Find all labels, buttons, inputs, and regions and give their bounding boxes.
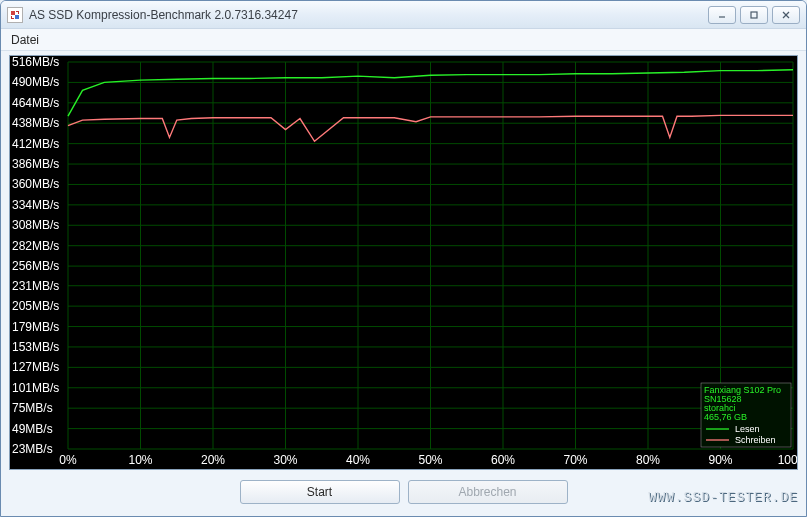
y-tick-label: 49MB/s bbox=[12, 422, 53, 436]
close-icon bbox=[781, 10, 791, 20]
y-tick-label: 256MB/s bbox=[12, 259, 59, 273]
y-tick-label: 490MB/s bbox=[12, 75, 59, 89]
y-tick-label: 516MB/s bbox=[12, 56, 59, 69]
close-button[interactable] bbox=[772, 6, 800, 24]
y-tick-label: 360MB/s bbox=[12, 177, 59, 191]
y-tick-label: 386MB/s bbox=[12, 157, 59, 171]
x-tick-label: 40% bbox=[346, 453, 370, 467]
y-tick-label: 464MB/s bbox=[12, 96, 59, 110]
compression-chart: 516MB/s490MB/s464MB/s438MB/s412MB/s386MB… bbox=[10, 56, 797, 469]
app-window: AS SSD Kompression-Benchmark 2.0.7316.34… bbox=[0, 0, 807, 517]
x-tick-label: 0% bbox=[59, 453, 77, 467]
x-tick-label: 70% bbox=[563, 453, 587, 467]
legend-capacity: 465,76 GB bbox=[704, 412, 747, 422]
x-tick-label: 100% bbox=[778, 453, 797, 467]
y-tick-label: 153MB/s bbox=[12, 340, 59, 354]
y-tick-label: 205MB/s bbox=[12, 299, 59, 313]
x-tick-label: 20% bbox=[201, 453, 225, 467]
window-title: AS SSD Kompression-Benchmark 2.0.7316.34… bbox=[29, 8, 708, 22]
start-button[interactable]: Start bbox=[240, 480, 400, 504]
x-tick-label: 60% bbox=[491, 453, 515, 467]
maximize-button[interactable] bbox=[740, 6, 768, 24]
window-controls bbox=[708, 6, 800, 24]
app-icon bbox=[7, 7, 23, 23]
maximize-icon bbox=[749, 10, 759, 20]
watermark-text: WWW.SSD-TESTER.DE bbox=[648, 490, 798, 505]
minimize-button[interactable] bbox=[708, 6, 736, 24]
y-tick-label: 101MB/s bbox=[12, 381, 59, 395]
x-tick-label: 50% bbox=[418, 453, 442, 467]
menu-datei[interactable]: Datei bbox=[1, 29, 49, 50]
x-tick-label: 10% bbox=[128, 453, 152, 467]
y-tick-label: 412MB/s bbox=[12, 137, 59, 151]
titlebar[interactable]: AS SSD Kompression-Benchmark 2.0.7316.34… bbox=[1, 1, 806, 29]
y-tick-label: 438MB/s bbox=[12, 116, 59, 130]
y-tick-label: 23MB/s bbox=[12, 442, 53, 456]
x-tick-label: 30% bbox=[273, 453, 297, 467]
x-tick-label: 80% bbox=[636, 453, 660, 467]
y-tick-label: 231MB/s bbox=[12, 279, 59, 293]
legend-write-label: Schreiben bbox=[735, 435, 776, 445]
cancel-button[interactable]: Abbrechen bbox=[408, 480, 568, 504]
y-tick-label: 179MB/s bbox=[12, 320, 59, 334]
minimize-icon bbox=[717, 10, 727, 20]
svg-rect-1 bbox=[751, 12, 757, 18]
y-tick-label: 334MB/s bbox=[12, 198, 59, 212]
menubar: Datei bbox=[1, 29, 806, 51]
x-tick-label: 90% bbox=[708, 453, 732, 467]
chart-area: 516MB/s490MB/s464MB/s438MB/s412MB/s386MB… bbox=[9, 55, 798, 470]
client-area: 516MB/s490MB/s464MB/s438MB/s412MB/s386MB… bbox=[1, 51, 806, 516]
y-tick-label: 75MB/s bbox=[12, 401, 53, 415]
y-tick-label: 127MB/s bbox=[12, 360, 59, 374]
y-tick-label: 282MB/s bbox=[12, 239, 59, 253]
legend-read-label: Lesen bbox=[735, 424, 760, 434]
y-tick-label: 308MB/s bbox=[12, 218, 59, 232]
